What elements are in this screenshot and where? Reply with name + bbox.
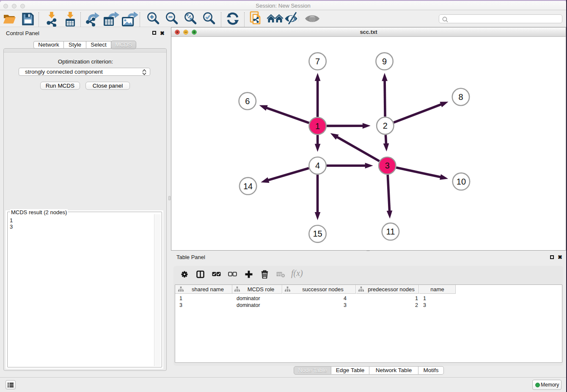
svg-text:7: 7: [315, 57, 320, 66]
svg-text:1: 1: [315, 121, 320, 131]
svg-text:2: 2: [383, 121, 388, 130]
svg-text:9: 9: [382, 57, 387, 66]
svg-text:11: 11: [386, 227, 395, 236]
svg-text:6: 6: [245, 97, 250, 106]
svg-text:4: 4: [315, 161, 320, 170]
svg-text:10: 10: [457, 177, 466, 186]
svg-text:3: 3: [385, 161, 390, 170]
svg-text:15: 15: [313, 229, 322, 238]
svg-text:14: 14: [243, 182, 253, 191]
svg-text:8: 8: [458, 92, 463, 102]
